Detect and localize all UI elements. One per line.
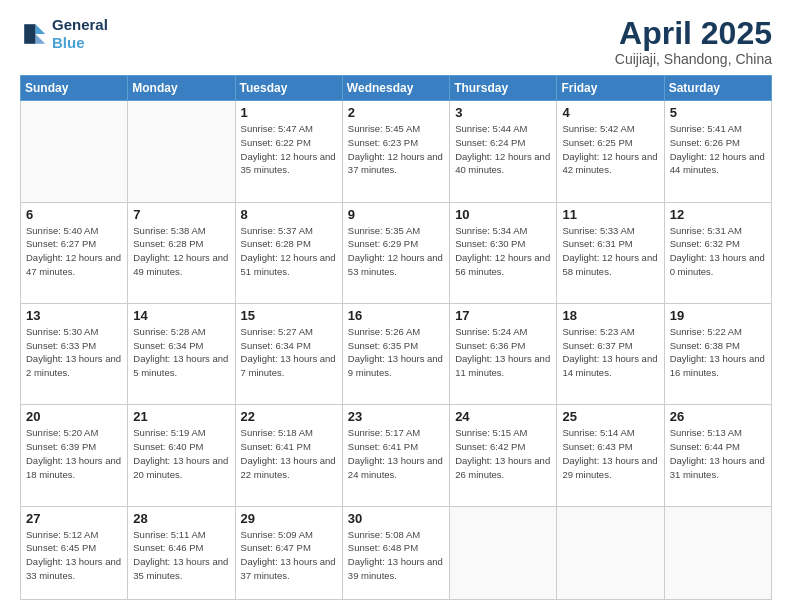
day-info: Sunrise: 5:12 AMSunset: 6:45 PMDaylight:… bbox=[26, 528, 122, 583]
day-info: Sunrise: 5:45 AMSunset: 6:23 PMDaylight:… bbox=[348, 122, 444, 177]
calendar-cell: 25Sunrise: 5:14 AMSunset: 6:43 PMDayligh… bbox=[557, 405, 664, 506]
calendar-cell: 29Sunrise: 5:09 AMSunset: 6:47 PMDayligh… bbox=[235, 506, 342, 599]
calendar-week-2: 13Sunrise: 5:30 AMSunset: 6:33 PMDayligh… bbox=[21, 303, 772, 404]
day-info: Sunrise: 5:47 AMSunset: 6:22 PMDaylight:… bbox=[241, 122, 337, 177]
day-info: Sunrise: 5:18 AMSunset: 6:41 PMDaylight:… bbox=[241, 426, 337, 481]
day-info: Sunrise: 5:44 AMSunset: 6:24 PMDaylight:… bbox=[455, 122, 551, 177]
calendar-week-4: 27Sunrise: 5:12 AMSunset: 6:45 PMDayligh… bbox=[21, 506, 772, 599]
day-number: 28 bbox=[133, 511, 229, 526]
svg-marker-0 bbox=[35, 24, 45, 34]
day-number: 19 bbox=[670, 308, 766, 323]
calendar-cell: 5Sunrise: 5:41 AMSunset: 6:26 PMDaylight… bbox=[664, 101, 771, 202]
day-number: 30 bbox=[348, 511, 444, 526]
calendar-cell: 15Sunrise: 5:27 AMSunset: 6:34 PMDayligh… bbox=[235, 303, 342, 404]
day-info: Sunrise: 5:33 AMSunset: 6:31 PMDaylight:… bbox=[562, 224, 658, 279]
day-info: Sunrise: 5:23 AMSunset: 6:37 PMDaylight:… bbox=[562, 325, 658, 380]
day-number: 22 bbox=[241, 409, 337, 424]
day-number: 18 bbox=[562, 308, 658, 323]
calendar-cell: 16Sunrise: 5:26 AMSunset: 6:35 PMDayligh… bbox=[342, 303, 449, 404]
day-info: Sunrise: 5:38 AMSunset: 6:28 PMDaylight:… bbox=[133, 224, 229, 279]
logo: General Blue bbox=[20, 16, 108, 52]
calendar-cell: 12Sunrise: 5:31 AMSunset: 6:32 PMDayligh… bbox=[664, 202, 771, 303]
calendar-cell: 18Sunrise: 5:23 AMSunset: 6:37 PMDayligh… bbox=[557, 303, 664, 404]
calendar-cell: 6Sunrise: 5:40 AMSunset: 6:27 PMDaylight… bbox=[21, 202, 128, 303]
day-number: 13 bbox=[26, 308, 122, 323]
day-number: 7 bbox=[133, 207, 229, 222]
day-number: 24 bbox=[455, 409, 551, 424]
calendar-cell: 1Sunrise: 5:47 AMSunset: 6:22 PMDaylight… bbox=[235, 101, 342, 202]
day-info: Sunrise: 5:28 AMSunset: 6:34 PMDaylight:… bbox=[133, 325, 229, 380]
day-header-thursday: Thursday bbox=[450, 76, 557, 101]
day-number: 15 bbox=[241, 308, 337, 323]
calendar-cell: 30Sunrise: 5:08 AMSunset: 6:48 PMDayligh… bbox=[342, 506, 449, 599]
calendar-cell: 23Sunrise: 5:17 AMSunset: 6:41 PMDayligh… bbox=[342, 405, 449, 506]
title-area: April 2025 Cuijiaji, Shandong, China bbox=[615, 16, 772, 67]
header: General Blue April 2025 Cuijiaji, Shando… bbox=[20, 16, 772, 67]
location: Cuijiaji, Shandong, China bbox=[615, 51, 772, 67]
logo-line2: Blue bbox=[52, 34, 85, 51]
day-number: 25 bbox=[562, 409, 658, 424]
calendar-cell: 28Sunrise: 5:11 AMSunset: 6:46 PMDayligh… bbox=[128, 506, 235, 599]
calendar-cell bbox=[450, 506, 557, 599]
calendar: SundayMondayTuesdayWednesdayThursdayFrid… bbox=[20, 75, 772, 600]
day-info: Sunrise: 5:17 AMSunset: 6:41 PMDaylight:… bbox=[348, 426, 444, 481]
day-info: Sunrise: 5:31 AMSunset: 6:32 PMDaylight:… bbox=[670, 224, 766, 279]
day-number: 6 bbox=[26, 207, 122, 222]
day-header-saturday: Saturday bbox=[664, 76, 771, 101]
calendar-week-0: 1Sunrise: 5:47 AMSunset: 6:22 PMDaylight… bbox=[21, 101, 772, 202]
day-number: 1 bbox=[241, 105, 337, 120]
calendar-cell bbox=[664, 506, 771, 599]
calendar-week-3: 20Sunrise: 5:20 AMSunset: 6:39 PMDayligh… bbox=[21, 405, 772, 506]
calendar-cell: 20Sunrise: 5:20 AMSunset: 6:39 PMDayligh… bbox=[21, 405, 128, 506]
day-number: 14 bbox=[133, 308, 229, 323]
day-info: Sunrise: 5:37 AMSunset: 6:28 PMDaylight:… bbox=[241, 224, 337, 279]
calendar-week-1: 6Sunrise: 5:40 AMSunset: 6:27 PMDaylight… bbox=[21, 202, 772, 303]
day-number: 3 bbox=[455, 105, 551, 120]
day-number: 26 bbox=[670, 409, 766, 424]
calendar-cell: 3Sunrise: 5:44 AMSunset: 6:24 PMDaylight… bbox=[450, 101, 557, 202]
calendar-cell: 8Sunrise: 5:37 AMSunset: 6:28 PMDaylight… bbox=[235, 202, 342, 303]
svg-rect-2 bbox=[24, 24, 35, 44]
day-info: Sunrise: 5:42 AMSunset: 6:25 PMDaylight:… bbox=[562, 122, 658, 177]
calendar-cell: 22Sunrise: 5:18 AMSunset: 6:41 PMDayligh… bbox=[235, 405, 342, 506]
calendar-cell: 26Sunrise: 5:13 AMSunset: 6:44 PMDayligh… bbox=[664, 405, 771, 506]
day-number: 8 bbox=[241, 207, 337, 222]
day-header-wednesday: Wednesday bbox=[342, 76, 449, 101]
calendar-cell: 4Sunrise: 5:42 AMSunset: 6:25 PMDaylight… bbox=[557, 101, 664, 202]
logo-line1: General bbox=[52, 16, 108, 34]
day-number: 11 bbox=[562, 207, 658, 222]
day-info: Sunrise: 5:24 AMSunset: 6:36 PMDaylight:… bbox=[455, 325, 551, 380]
calendar-cell: 27Sunrise: 5:12 AMSunset: 6:45 PMDayligh… bbox=[21, 506, 128, 599]
day-number: 29 bbox=[241, 511, 337, 526]
logo-text: General Blue bbox=[52, 16, 108, 52]
day-info: Sunrise: 5:14 AMSunset: 6:43 PMDaylight:… bbox=[562, 426, 658, 481]
day-number: 20 bbox=[26, 409, 122, 424]
calendar-cell bbox=[557, 506, 664, 599]
day-info: Sunrise: 5:35 AMSunset: 6:29 PMDaylight:… bbox=[348, 224, 444, 279]
day-info: Sunrise: 5:15 AMSunset: 6:42 PMDaylight:… bbox=[455, 426, 551, 481]
day-number: 23 bbox=[348, 409, 444, 424]
calendar-cell bbox=[21, 101, 128, 202]
day-info: Sunrise: 5:08 AMSunset: 6:48 PMDaylight:… bbox=[348, 528, 444, 583]
day-number: 5 bbox=[670, 105, 766, 120]
day-info: Sunrise: 5:22 AMSunset: 6:38 PMDaylight:… bbox=[670, 325, 766, 380]
calendar-cell: 9Sunrise: 5:35 AMSunset: 6:29 PMDaylight… bbox=[342, 202, 449, 303]
logo-icon bbox=[20, 20, 48, 48]
calendar-cell bbox=[128, 101, 235, 202]
day-info: Sunrise: 5:41 AMSunset: 6:26 PMDaylight:… bbox=[670, 122, 766, 177]
day-info: Sunrise: 5:11 AMSunset: 6:46 PMDaylight:… bbox=[133, 528, 229, 583]
calendar-cell: 14Sunrise: 5:28 AMSunset: 6:34 PMDayligh… bbox=[128, 303, 235, 404]
calendar-cell: 19Sunrise: 5:22 AMSunset: 6:38 PMDayligh… bbox=[664, 303, 771, 404]
day-info: Sunrise: 5:19 AMSunset: 6:40 PMDaylight:… bbox=[133, 426, 229, 481]
day-info: Sunrise: 5:09 AMSunset: 6:47 PMDaylight:… bbox=[241, 528, 337, 583]
calendar-cell: 10Sunrise: 5:34 AMSunset: 6:30 PMDayligh… bbox=[450, 202, 557, 303]
day-info: Sunrise: 5:40 AMSunset: 6:27 PMDaylight:… bbox=[26, 224, 122, 279]
day-number: 9 bbox=[348, 207, 444, 222]
day-info: Sunrise: 5:27 AMSunset: 6:34 PMDaylight:… bbox=[241, 325, 337, 380]
day-number: 27 bbox=[26, 511, 122, 526]
calendar-cell: 2Sunrise: 5:45 AMSunset: 6:23 PMDaylight… bbox=[342, 101, 449, 202]
day-number: 2 bbox=[348, 105, 444, 120]
month-title: April 2025 bbox=[615, 16, 772, 51]
calendar-cell: 21Sunrise: 5:19 AMSunset: 6:40 PMDayligh… bbox=[128, 405, 235, 506]
day-header-tuesday: Tuesday bbox=[235, 76, 342, 101]
